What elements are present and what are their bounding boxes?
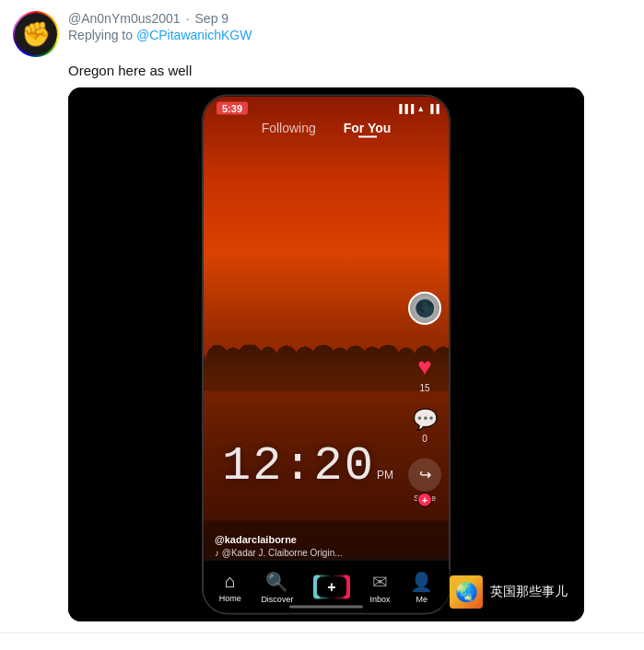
comment-count: 0 xyxy=(422,433,427,443)
tweet-body: Oregon here as well xyxy=(68,63,631,78)
battery-icon: ▐▐ xyxy=(427,104,439,113)
nav-inbox[interactable]: ✉ Inbox xyxy=(370,570,391,603)
nav-home-label: Home xyxy=(219,594,241,603)
signal-icon: ▐▐▐ xyxy=(396,104,414,113)
create-plus-inner: + xyxy=(317,576,346,597)
heart-icon: ♥ xyxy=(417,352,431,380)
tab-following[interactable]: Following xyxy=(262,121,316,135)
heart-item[interactable]: ♥ 15 xyxy=(417,352,431,392)
phone-frame: 5:39 ▐▐▐ ▲ ▐▐ Following For You xyxy=(202,95,451,615)
right-icons: + ♥ 15 💬 0 ↪ Share xyxy=(408,291,441,502)
media-container: 5:39 ▐▐▐ ▲ ▐▐ Following For You xyxy=(68,87,584,621)
creator-name[interactable]: @kadarclaiborne xyxy=(215,534,381,545)
tweet-meta: @An0nYm0us2001 · Sep 9 Replying to @CPit… xyxy=(68,11,631,42)
me-icon: 👤 xyxy=(410,570,433,592)
nav-create[interactable]: + xyxy=(313,575,350,598)
avatar: ✊ xyxy=(15,13,57,55)
tweet-reply-line: Replying to @CPitawanichKGW xyxy=(68,28,631,42)
comment-item[interactable]: 💬 0 xyxy=(413,407,438,443)
nav-me[interactable]: 👤 Me xyxy=(410,570,433,603)
heart-count: 15 xyxy=(419,382,429,392)
inbox-icon: ✉ xyxy=(372,570,388,592)
reply-prefix: Replying to xyxy=(68,28,133,42)
discover-icon: 🔍 xyxy=(265,570,288,592)
creator-avatar xyxy=(408,291,441,324)
nav-me-label: Me xyxy=(416,594,427,603)
nav-home[interactable]: ⌂ Home xyxy=(219,571,241,603)
tweet-separator: · xyxy=(186,11,190,26)
tweet-timestamp: Sep 9 xyxy=(195,11,229,26)
clock-ampm: PM xyxy=(377,469,393,482)
song-info[interactable]: ♪ @Kadar J. Claiborne Origin... xyxy=(215,548,381,558)
watermark-text: 英国那些事儿 xyxy=(490,584,568,600)
phone-content: 5:39 ▐▐▐ ▲ ▐▐ Following For You xyxy=(204,97,449,613)
status-bar: 5:39 ▐▐▐ ▲ ▐▐ xyxy=(204,97,449,117)
home-icon: ⌂ xyxy=(225,571,236,592)
reply-mention[interactable]: @CPitawanichKGW xyxy=(136,28,252,42)
tweet-user-line: @An0nYm0us2001 · Sep 9 xyxy=(68,11,631,26)
nav-discover-label: Discover xyxy=(261,594,293,603)
clock-display: 12:20 PM xyxy=(222,439,393,493)
bottom-info: @kadarclaiborne ♪ @Kadar J. Claiborne Or… xyxy=(215,534,381,558)
status-time: 5:39 xyxy=(217,102,248,115)
follow-plus-badge: + xyxy=(417,492,432,506)
tweet-username[interactable]: @An0nYm0us2001 xyxy=(68,11,181,26)
tweet-container: ✊ @An0nYm0us2001 · Sep 9 Replying to @CP… xyxy=(0,0,644,633)
clock-time: 12:20 xyxy=(222,439,375,493)
home-indicator xyxy=(289,606,363,609)
tab-for-you[interactable]: For You xyxy=(344,121,392,135)
status-icons: ▐▐▐ ▲ ▐▐ xyxy=(396,104,439,113)
comment-icon: 💬 xyxy=(413,407,438,431)
creator-avatar-item[interactable]: + xyxy=(408,291,441,324)
tweet-header: ✊ @An0nYm0us2001 · Sep 9 Replying to @CP… xyxy=(13,11,631,57)
nav-inbox-label: Inbox xyxy=(370,594,391,603)
create-button[interactable]: + xyxy=(313,575,350,598)
avatar-ring: ✊ xyxy=(13,11,59,57)
wifi-icon: ▲ xyxy=(416,104,425,113)
share-icon: ↪ xyxy=(408,458,441,491)
tiktok-tabs: Following For You xyxy=(204,121,449,135)
watermark-area: 🌏 英国那些事儿 xyxy=(440,570,577,614)
nav-discover[interactable]: 🔍 Discover xyxy=(261,570,293,603)
watermark-logo: 🌏 xyxy=(450,575,483,609)
